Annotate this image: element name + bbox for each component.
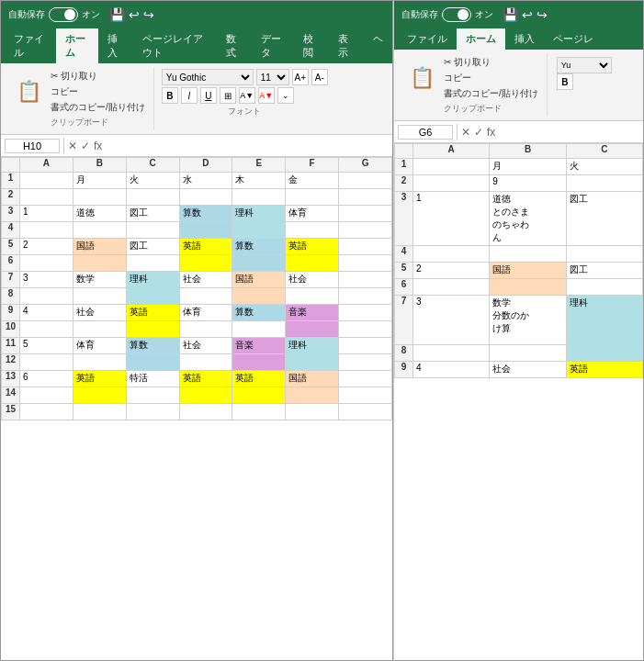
cell-3-E[interactable]: 理科 (232, 206, 286, 222)
cell-8-C[interactable] (126, 288, 179, 305)
cell-15-F[interactable] (286, 404, 339, 420)
cell-2-C[interactable] (126, 189, 179, 206)
cell-4-C[interactable] (126, 222, 179, 239)
right-cell-6-B[interactable] (490, 279, 566, 296)
cell-9-F[interactable]: 音楽 (286, 305, 339, 321)
cell-15-E[interactable] (232, 404, 286, 420)
cell-2-B[interactable] (73, 189, 126, 206)
cell-8-F[interactable] (286, 288, 339, 305)
cell-10-B[interactable] (73, 321, 126, 338)
cell-4-B[interactable] (73, 222, 126, 239)
col-header-g[interactable]: G (339, 158, 392, 173)
right-cell-3-B[interactable]: 道徳 とのさま のちゃわ ん (490, 192, 566, 246)
cut-button[interactable]: ✂ 切り取り (48, 69, 148, 84)
copy-button[interactable]: コピー (48, 84, 148, 99)
cell-13-F[interactable]: 国語 (286, 371, 339, 387)
cell-9-D[interactable]: 体育 (179, 305, 232, 321)
cell-13-B[interactable]: 英語 (73, 371, 126, 387)
font-decrease-btn[interactable]: A- (311, 69, 328, 85)
cell-10-C[interactable] (126, 321, 179, 338)
col-header-b[interactable]: B (73, 158, 126, 173)
cell-11-A[interactable]: 5 (20, 338, 73, 354)
cell-13-D[interactable]: 英語 (179, 371, 232, 387)
right-spreadsheet[interactable]: A B C 1月火2931道徳 とのさま のちゃわ ん図工452国語図工673数… (394, 143, 643, 660)
right-autosave-toggle[interactable] (442, 7, 471, 22)
cancel-icon[interactable]: ✕ (68, 140, 77, 152)
cell-6-G[interactable] (339, 255, 392, 272)
cell-12-B[interactable] (73, 354, 126, 371)
right-tab-insert[interactable]: 挿入 (505, 28, 544, 50)
cell-14-D[interactable] (179, 387, 232, 404)
border-button[interactable]: ⊞ (220, 87, 236, 104)
cell-7-D[interactable]: 社会 (179, 272, 232, 288)
cell-8-A[interactable] (20, 288, 73, 305)
cell-1-B[interactable]: 月 (73, 173, 126, 189)
cell-8-G[interactable] (339, 288, 392, 305)
cell-9-A[interactable]: 4 (20, 305, 73, 321)
cell-15-C[interactable] (126, 404, 179, 420)
format-paste-button[interactable]: 書式のコピー/貼り付け (48, 100, 148, 115)
cell-12-E[interactable] (232, 354, 286, 371)
cell-13-E[interactable]: 英語 (232, 371, 286, 387)
right-cut-button[interactable]: ✂ 切り取り (441, 55, 541, 70)
italic-button[interactable]: I (181, 87, 198, 104)
cell-9-E[interactable]: 算数 (232, 305, 286, 321)
font-increase-btn[interactable]: A+ (292, 69, 309, 85)
cell-7-C[interactable]: 理科 (126, 272, 179, 288)
right-cell-7-C[interactable]: 理科 (566, 296, 642, 345)
cell-2-D[interactable] (179, 189, 232, 206)
formula-input[interactable] (106, 140, 389, 151)
cell-14-B[interactable] (73, 387, 126, 404)
right-cell-9-B[interactable]: 社会 (490, 362, 566, 378)
cell-8-D[interactable] (179, 288, 232, 305)
right-redo-icon[interactable]: ↪ (537, 7, 548, 22)
cell-11-G[interactable] (339, 338, 392, 354)
fill-color-button[interactable]: A▼ (239, 87, 255, 104)
tab-more[interactable]: ヘ (364, 28, 392, 63)
tab-data[interactable]: データ (252, 28, 295, 63)
cell-9-G[interactable] (339, 305, 392, 321)
font-name-select[interactable]: Yu Gothic (162, 69, 254, 85)
cell-5-G[interactable] (339, 239, 392, 255)
cell-15-D[interactable] (179, 404, 232, 420)
cell-7-G[interactable] (339, 272, 392, 288)
confirm-icon[interactable]: ✓ (81, 140, 90, 152)
redo-icon[interactable]: ↪ (143, 7, 154, 22)
cell-7-B[interactable]: 数学 (73, 272, 126, 288)
cell-7-F[interactable]: 社会 (286, 272, 339, 288)
cell-2-A[interactable] (20, 189, 73, 206)
cell-5-A[interactable]: 2 (20, 239, 73, 255)
tab-view[interactable]: 表示 (329, 28, 364, 63)
cell-4-F[interactable] (286, 222, 339, 239)
right-cell-8-C[interactable] (566, 345, 642, 362)
cell-10-E[interactable] (232, 321, 286, 338)
col-header-a[interactable]: A (20, 158, 73, 173)
tab-review[interactable]: 校閲 (294, 28, 329, 63)
cell-11-B[interactable]: 体育 (73, 338, 126, 354)
cell-3-D[interactable]: 算数 (179, 206, 232, 222)
more-font-button[interactable]: ⌄ (277, 87, 294, 104)
cell-3-F[interactable]: 体育 (286, 206, 339, 222)
tab-insert[interactable]: 挿入 (98, 28, 133, 63)
right-tab-file[interactable]: ファイル (398, 28, 457, 50)
col-header-d[interactable]: D (179, 158, 232, 173)
cell-14-G[interactable] (339, 387, 392, 404)
cell-2-G[interactable] (339, 189, 392, 206)
right-tab-layout[interactable]: ページレ (544, 28, 603, 50)
cell-12-C[interactable] (126, 354, 179, 371)
cell-5-C[interactable]: 図工 (126, 239, 179, 255)
cell-2-E[interactable] (232, 189, 286, 206)
cell-15-B[interactable] (73, 404, 126, 420)
cell-1-F[interactable]: 金 (286, 173, 339, 189)
right-paste-button[interactable]: 📋 (405, 63, 439, 93)
right-cell-9-C[interactable]: 英語 (566, 362, 642, 378)
cell-13-A[interactable]: 6 (20, 371, 73, 387)
bold-button[interactable]: B (162, 87, 178, 104)
cell-6-B[interactable] (73, 255, 126, 272)
cell-14-A[interactable] (20, 387, 73, 404)
cell-3-G[interactable] (339, 206, 392, 222)
cell-12-A[interactable] (20, 354, 73, 371)
right-cell-5-B[interactable]: 国語 (490, 263, 566, 279)
right-cell-4-B[interactable] (490, 246, 566, 263)
right-cell-3-C[interactable]: 図工 (566, 192, 642, 246)
